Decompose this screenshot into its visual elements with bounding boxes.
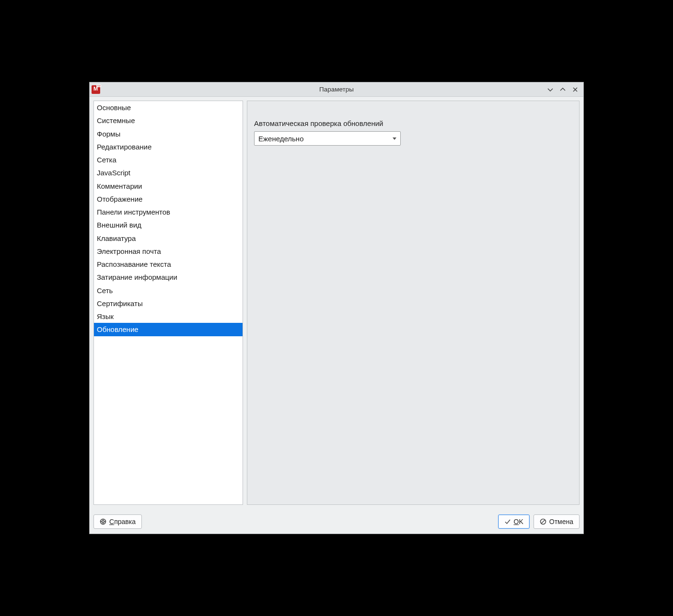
sidebar-item-redaction[interactable]: Затирание информации [94,271,243,284]
sidebar-item-certificates[interactable]: Сертификаты [94,297,243,310]
svg-point-3 [102,521,104,523]
ok-button-label: OK [514,518,523,525]
update-frequency-combo[interactable]: Еженедельно [254,131,401,146]
sidebar-item-system[interactable]: Системные [94,114,243,127]
cancel-button-label: Отмена [549,518,573,525]
update-frequency-value: Еженедельно [258,135,303,143]
chevron-up-icon [559,86,566,93]
sidebar-item-display[interactable]: Отображение [94,193,243,205]
maximize-button[interactable] [558,85,567,94]
sidebar-item-network[interactable]: Сеть [94,284,243,297]
sidebar-item-editing[interactable]: Редактирование [94,140,243,153]
sidebar-item-email[interactable]: Электронная почта [94,245,243,258]
close-button[interactable] [571,85,580,94]
settings-box: Автоматическая проверка обновлений Ежене… [247,101,580,505]
chevron-down-icon [547,86,554,93]
dialog-window: Параметры Основные Системные Формы Редак… [89,82,584,534]
sidebar-item-appearance[interactable]: Внешний вид [94,218,243,231]
window-title: Параметры [319,86,354,93]
content-area: Основные Системные Формы Редактирование … [90,97,583,509]
sidebar-item-ocr[interactable]: Распознавание текста [94,258,243,271]
titlebar: Параметры [90,82,583,97]
sidebar-item-language[interactable]: Язык [94,310,243,323]
settings-sidebar: Основные Системные Формы Редактирование … [93,101,243,505]
help-button[interactable]: Справка [93,514,142,529]
update-check-label: Автоматическая проверка обновлений [254,119,572,127]
sidebar-item-keyboard[interactable]: Клавиатура [94,232,243,245]
sidebar-item-updates[interactable]: Обновление [94,323,243,336]
sidebar-item-toolbars[interactable]: Панели инструментов [94,205,243,218]
sidebar-item-comments[interactable]: Комментарии [94,180,243,193]
help-button-label: Справка [109,518,136,525]
svg-line-9 [541,520,545,524]
sidebar-item-forms[interactable]: Формы [94,127,243,140]
content-panel: Автоматическая проверка обновлений Ежене… [247,101,580,505]
sidebar-item-javascript[interactable]: JavaScript [94,166,243,179]
ok-button[interactable]: OK [498,514,530,529]
help-icon [100,518,106,525]
titlebar-controls [546,85,580,94]
close-icon [572,86,579,93]
sidebar-item-grid[interactable]: Сетка [94,153,243,166]
check-icon [504,518,511,525]
cancel-button[interactable]: Отмена [534,514,580,529]
minimize-button[interactable] [546,85,555,94]
button-row: Справка OK Отмена [90,509,583,534]
dropdown-arrow-icon [393,137,396,140]
app-icon [92,85,100,94]
cancel-icon [540,518,546,525]
sidebar-item-general[interactable]: Основные [94,101,243,114]
